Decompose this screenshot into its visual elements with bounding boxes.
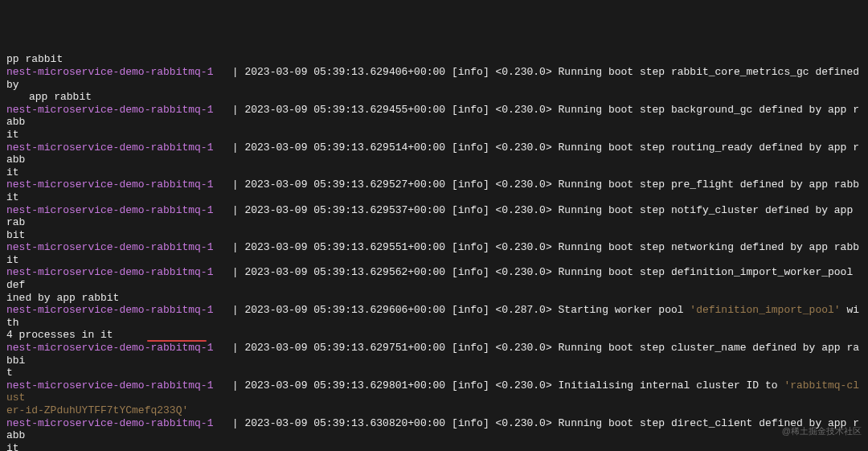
log-line: it <box>6 166 862 179</box>
log-line: nest-microservice-demo-rabbitmq-1 | 2023… <box>6 66 862 91</box>
red-underline <box>147 340 207 342</box>
continuation: it <box>6 129 19 141</box>
separator: | <box>226 104 244 116</box>
log-line: nest-microservice-demo-rabbitmq-1 | 2023… <box>6 417 862 442</box>
log-level: [info] <box>452 304 496 316</box>
log-level: [info] <box>452 342 496 354</box>
pid: <0.230.0> <box>496 417 559 429</box>
log-message: Starting worker pool <box>559 304 690 316</box>
service-name: nest-microservice-demo-rabbitmq-1 <box>6 304 226 316</box>
log-line: it <box>6 129 862 141</box>
separator: | <box>226 66 244 78</box>
timestamp: 2023-03-09 05:39:13.629527+00:00 <box>244 178 451 191</box>
continuation: ined by app rabbit <box>6 292 119 304</box>
log-line: bit <box>6 229 862 242</box>
continuation: pp rabbit <box>6 53 63 65</box>
service-name: nest-microservice-demo-rabbitmq-1 <box>6 141 226 154</box>
separator: | <box>226 417 244 429</box>
service-name: nest-microservice-demo-rabbitmq-1 <box>6 104 226 116</box>
service-name: nest-microservice-demo-rabbitmq-1 <box>6 266 226 278</box>
watermark-text: @稀土掘金技术社区 <box>782 426 862 437</box>
log-line: nest-microservice-demo-rabbitmq-1 | 2023… <box>6 241 862 266</box>
continuation: 4 processes in it <box>6 329 113 341</box>
service-name: nest-microservice-demo-rabbitmq-1 <box>6 178 226 191</box>
timestamp: 2023-03-09 05:39:13.629455+00:00 <box>244 104 451 116</box>
pid: <0.230.0> <box>496 178 559 191</box>
separator: | <box>226 342 244 354</box>
log-level: [info] <box>452 417 496 429</box>
timestamp: 2023-03-09 05:39:13.629562+00:00 <box>244 266 451 278</box>
timestamp: 2023-03-09 05:39:13.629751+00:00 <box>244 342 451 354</box>
pid: <0.230.0> <box>496 66 559 78</box>
timestamp: 2023-03-09 05:39:13.629537+00:00 <box>244 204 451 216</box>
timestamp: 2023-03-09 05:39:13.630820+00:00 <box>244 417 451 429</box>
log-level: [info] <box>452 266 496 278</box>
separator: | <box>226 178 244 191</box>
log-line: ined by app rabbit <box>6 292 862 305</box>
pid: <0.230.0> <box>496 379 559 392</box>
separator: | <box>226 379 244 392</box>
pid: <0.230.0> <box>496 204 559 216</box>
log-level: [info] <box>452 66 496 78</box>
timestamp: 2023-03-09 05:39:13.629406+00:00 <box>244 66 451 78</box>
timestamp: 2023-03-09 05:39:13.629801+00:00 <box>244 379 451 392</box>
log-line: nest-microservice-demo-rabbitmq-1 | 2023… <box>6 104 862 129</box>
log-line: nest-microservice-demo-rabbitmq-1 | 2023… <box>6 266 862 291</box>
continuation: it <box>6 166 19 178</box>
service-name: nest-microservice-demo-rabbitmq-1 <box>6 241 226 253</box>
log-line: nest-microservice-demo-rabbitmq-1 | 2023… <box>6 204 862 229</box>
terminal-output: pp rabbitnest-microservice-demo-rabbitmq… <box>6 53 862 451</box>
pid: <0.287.0> <box>496 304 559 316</box>
pid: <0.230.0> <box>496 266 559 278</box>
log-message: Initialising internal cluster ID to <box>559 379 784 392</box>
log-level: [info] <box>452 178 496 191</box>
log-level: [info] <box>452 379 496 392</box>
pid: <0.230.0> <box>496 241 559 253</box>
log-level: [info] <box>452 241 496 253</box>
timestamp: 2023-03-09 05:39:13.629514+00:00 <box>244 141 451 154</box>
service-name: nest-microservice-demo-rabbitmq-1 <box>6 66 226 78</box>
log-line: nest-microservice-demo-rabbitmq-1 | 2023… <box>6 379 862 404</box>
separator: | <box>226 204 244 216</box>
continuation: bit <box>6 229 25 241</box>
log-line: er-id-ZPduhUYTFF7tYCmefq233Q' <box>6 404 862 417</box>
separator: | <box>226 241 244 253</box>
log-line: nest-microservice-demo-rabbitmq-1 | 2023… <box>6 178 862 203</box>
continuation-quoted: er-id-ZPduhUYTFF7tYCmefq233Q' <box>6 404 188 416</box>
log-line: nest-microservice-demo-rabbitmq-1 | 2023… <box>6 304 862 329</box>
log-level: [info] <box>452 141 496 154</box>
continuation: t <box>6 367 13 379</box>
log-line: app rabbit <box>6 91 862 104</box>
service-name: nest-microservice-demo-rabbitmq-1 <box>6 204 226 216</box>
log-line: it <box>6 442 862 451</box>
pid: <0.230.0> <box>496 104 559 116</box>
service-name: nest-microservice-demo-rabbitmq-1 <box>6 342 226 354</box>
log-line: nest-microservice-demo-rabbitmq-1 | 2023… <box>6 141 862 166</box>
service-name: nest-microservice-demo-rabbitmq-1 <box>6 379 226 392</box>
separator: | <box>226 304 244 316</box>
timestamp: 2023-03-09 05:39:13.629606+00:00 <box>244 304 451 316</box>
continuation: it <box>6 442 19 451</box>
timestamp: 2023-03-09 05:39:13.629551+00:00 <box>244 241 451 253</box>
log-line: 4 processes in it <box>6 329 862 342</box>
pid: <0.230.0> <box>496 342 559 354</box>
log-level: [info] <box>452 104 496 116</box>
pid: <0.230.0> <box>496 141 559 154</box>
quoted-string: 'definition_import_pool' <box>690 304 840 316</box>
separator: | <box>226 266 244 278</box>
separator: | <box>226 141 244 154</box>
continuation: app rabbit <box>6 91 92 103</box>
service-name: nest-microservice-demo-rabbitmq-1 <box>6 417 226 429</box>
log-line: nest-microservice-demo-rabbitmq-1 | 2023… <box>6 342 862 367</box>
log-line: pp rabbit <box>6 53 862 66</box>
log-line: t <box>6 367 862 379</box>
log-level: [info] <box>452 204 496 216</box>
